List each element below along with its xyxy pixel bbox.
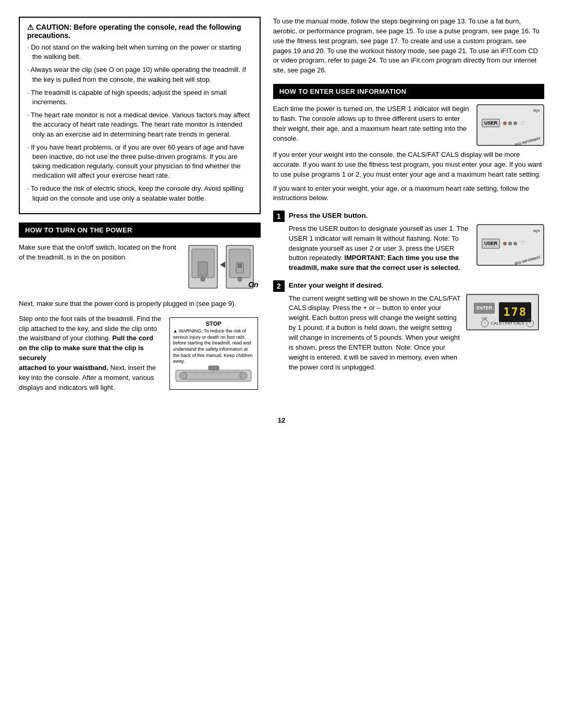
on-label: On: [248, 280, 258, 289]
stop-section: Step onto the foot rails of the treadmil…: [19, 314, 261, 397]
caution-title: ⚠ CAUTION: Before operating the console,…: [27, 23, 252, 40]
caution-box: ⚠ CAUTION: Before operating the console,…: [19, 17, 261, 214]
stop-text-block: Step onto the foot rails of the treadmil…: [19, 314, 163, 397]
bio-dots-2: [503, 242, 517, 245]
right-column: To use the manual mode, follow the steps…: [273, 17, 544, 404]
svg-point-12: [180, 372, 187, 379]
svg-point-7: [238, 277, 242, 281]
step-1-body: Press the USER button to designate yours…: [289, 224, 544, 273]
bio-user-row-2: USER ♡: [482, 239, 539, 249]
power-text-2: Next, make sure that the power cord is p…: [19, 299, 261, 309]
step-onto-text: Step onto the foot rails of the treadmil…: [19, 314, 163, 393]
step-1-number: 1: [273, 211, 285, 222]
bio-format-label-1: BIO INFORMAT: [515, 137, 541, 147]
svg-point-2: [201, 277, 205, 281]
bio-user-button-1: USER: [482, 119, 500, 127]
bio-dot-2b: [508, 242, 512, 245]
bio-display-2: age USER ♡: [476, 224, 544, 266]
page-container: ⚠ CAUTION: Before operating the console,…: [19, 17, 544, 424]
cals-label: CALS / FAT CALS: [491, 320, 524, 327]
svg-rect-11: [183, 372, 243, 379]
bio-dot-3: [513, 121, 517, 125]
caution-item-3: The treadmill is capable of high speeds;…: [27, 88, 252, 107]
attached-bold: attached to your waistband.: [19, 364, 108, 372]
enter-display-container: ENTER set 178 ○ CALS / FAT CALS ○: [466, 294, 544, 373]
page-number: 12: [19, 416, 544, 424]
cals-row: ○ CALS / FAT CALS ○: [481, 319, 534, 327]
enter-display: ENTER set 178 ○ CALS / FAT CALS ○: [466, 294, 539, 330]
step-2-number: 2: [273, 280, 285, 292]
bio-panel-2: age USER ♡: [476, 224, 544, 273]
left-column: ⚠ CAUTION: Before operating the console,…: [19, 17, 261, 404]
stop-title: STOP: [173, 320, 254, 327]
bio-dot-2c: [513, 242, 517, 245]
step-1-important: IMPORTANT: Each time you use the treadmi…: [289, 254, 460, 272]
caution-list: Do not stand on the walking belt when tu…: [27, 43, 252, 203]
bio-user-button-2: USER: [482, 239, 500, 249]
pull-cord-bold: Pull the cord on the clip to make sure t…: [19, 334, 153, 362]
svg-rect-9: [238, 264, 242, 268]
bio-age-label-2: age: [533, 228, 540, 234]
bio-display-1: age USER ♡ BIO INFORMAT: [476, 104, 544, 146]
user-info-header: HOW TO ENTER USER INFORMATION: [273, 84, 544, 99]
caution-item-2: Always wear the clip (see O on page 10) …: [27, 65, 252, 84]
step-2-body: The current weight setting will be shown…: [289, 294, 544, 373]
treadmill-illustration: On: [188, 243, 261, 294]
bio-age-label: age: [533, 108, 540, 113]
bio-dot-1: [503, 121, 507, 125]
power-section-header: HOW TO TURN ON THE POWER: [19, 223, 261, 238]
bio-user-row-1: USER ♡: [482, 119, 539, 127]
treadmill-svg: [188, 243, 255, 292]
fat-cals-oval: ○: [527, 319, 534, 327]
power-section: HOW TO TURN ON THE POWER Make sure that …: [19, 223, 261, 397]
step-1-content: Press the USER button. Press the USER bu…: [289, 211, 544, 273]
svg-marker-4: [220, 262, 225, 268]
enter-btn-area: ENTER set: [474, 303, 495, 322]
caution-item-5: If you have heart problems, or if you ar…: [27, 143, 252, 181]
bio-dots-1: [503, 121, 517, 125]
user-info-section: HOW TO ENTER USER INFORMATION Each time …: [273, 84, 544, 372]
caution-item-4: The heart rate monitor is not a medical …: [27, 110, 252, 139]
svg-rect-19: [209, 366, 219, 370]
weight-display: 178: [499, 302, 531, 322]
bio-dot-2: [508, 121, 512, 125]
cals-oval: ○: [481, 319, 488, 327]
step-2-text: The current weight setting will be shown…: [289, 294, 461, 373]
power-text-1: Make sure that the on/off switch, locate…: [19, 243, 181, 263]
step-2-content: Enter your weight if desired. The curren…: [289, 280, 544, 372]
enter-button-display: ENTER: [474, 303, 495, 314]
bio-heart-icon-1: ♡: [520, 120, 525, 127]
stop-warning-text: ▲ WARNING: To reduce the risk of serious…: [173, 328, 254, 365]
bio-format-label-2: BIO INFORMAT: [515, 254, 542, 266]
user-info-intro-row: Each time the power is turned on, the US…: [273, 104, 544, 146]
bio-panel-1: age USER ♡ BIO INFORMAT: [476, 104, 544, 146]
user-info-para2: If you enter your weight into the consol…: [273, 150, 544, 180]
caution-icon: ⚠: [27, 23, 36, 31]
right-intro-text: To use the manual mode, follow the steps…: [273, 17, 544, 76]
caution-item-6: To reduce the risk of electric shock, ke…: [27, 184, 252, 203]
user-info-para3: If you want to enter your weight, your a…: [273, 184, 544, 204]
two-column-layout: ⚠ CAUTION: Before operating the console,…: [19, 17, 544, 404]
step-1-title: Press the USER button.: [289, 211, 544, 221]
svg-point-13: [240, 372, 247, 379]
user-info-intro: Each time the power is turned on, the US…: [273, 104, 471, 143]
stop-card: STOP ▲ WARNING: To reduce the risk of se…: [169, 317, 258, 390]
step-2: 2 Enter your weight if desired. The curr…: [273, 280, 544, 372]
step-1-text: Press the USER button to designate yours…: [289, 224, 471, 273]
step-2-title: Enter your weight if desired.: [289, 280, 544, 291]
step-1: 1 Press the USER button. Press the USER …: [273, 211, 544, 273]
stop-card-container: STOP ▲ WARNING: To reduce the risk of se…: [169, 314, 261, 397]
step-1-text-content: Press the USER button to designate yours…: [289, 225, 468, 272]
power-content: Make sure that the on/off switch, locate…: [19, 243, 261, 294]
bio-dot-2a: [503, 242, 507, 245]
caution-title-prefix: CAUTION:: [36, 23, 71, 31]
stop-treadmill-svg: [173, 365, 254, 386]
svg-rect-3: [198, 262, 207, 276]
caution-item-1: Do not stand on the walking belt when tu…: [27, 43, 252, 61]
bio-heart-icon-2: ♡: [520, 239, 525, 248]
